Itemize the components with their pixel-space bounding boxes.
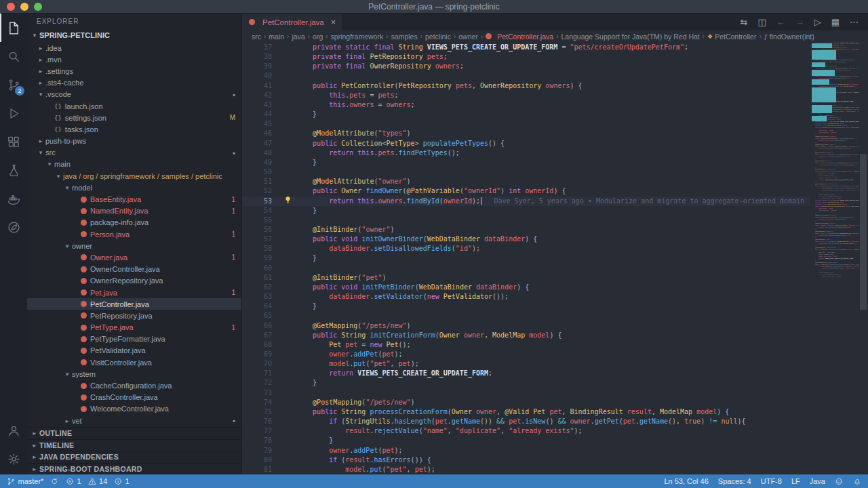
tab-petcontroller-java[interactable]: PetController.java ×: [242, 14, 343, 30]
gutter[interactable]: [272, 455, 296, 465]
code-line-80[interactable]: 80 if (result.hasErrors()) {: [242, 455, 810, 465]
status-notifications[interactable]: [853, 477, 862, 486]
activity-search[interactable]: [0, 42, 27, 70]
code-line-54[interactable]: 54 }: [242, 206, 810, 216]
gutter[interactable]: [272, 283, 296, 292]
gutter[interactable]: [272, 244, 296, 253]
tree-item-push-to-pws[interactable]: ▸push-to-pws: [27, 136, 241, 147]
code-line-51[interactable]: 51 @ModelAttribute("owner"): [242, 177, 810, 186]
lightbulb-icon[interactable]: [284, 196, 292, 206]
gutter[interactable]: [272, 311, 296, 321]
breadcrumb-item-java[interactable]: java: [292, 33, 304, 41]
code-line-60[interactable]: 60: [242, 264, 810, 273]
code-line-49[interactable]: 49 }: [242, 158, 810, 167]
tree-item-.mvn[interactable]: ▸.mvn: [27, 54, 241, 65]
breadcrumb-item-src[interactable]: src: [252, 33, 261, 41]
tree-item-CacheConfiguration.java[interactable]: CacheConfiguration.java: [27, 380, 241, 391]
activity-run-debug[interactable]: [0, 99, 27, 127]
code-line-52[interactable]: 52 public Owner findOwner(@PathVariable(…: [242, 186, 810, 196]
activity-testing[interactable]: [0, 156, 27, 184]
gutter[interactable]: [272, 465, 296, 474]
tree-item-VisitController.java[interactable]: VisitController.java: [27, 357, 241, 368]
status-warnings[interactable]: 14: [88, 477, 108, 486]
code-line-66[interactable]: 66 @GetMapping("/pets/new"): [242, 321, 810, 331]
activity-explorer[interactable]: [0, 14, 27, 42]
status-cursor-position[interactable]: Ln 53, Col 46: [664, 477, 708, 485]
code-line-38[interactable]: 38 private final PetRepository pets;: [242, 52, 810, 62]
code-line-45[interactable]: 45: [242, 119, 810, 129]
gutter[interactable]: [272, 129, 296, 138]
tree-item-main[interactable]: ▾main: [27, 159, 241, 170]
tree-item-OwnerRepository.java[interactable]: OwnerRepository.java: [27, 275, 241, 287]
tree-item-system[interactable]: ▾system: [27, 368, 241, 380]
breadcrumb-item-org[interactable]: org: [313, 33, 323, 41]
tree-item-.settings[interactable]: ▸.settings: [27, 65, 241, 77]
breadcrumb-item-main[interactable]: main: [269, 33, 284, 41]
code-line-55[interactable]: 55: [242, 216, 810, 225]
gutter[interactable]: [272, 119, 296, 129]
tree-item-.sts4-cache[interactable]: ▸.sts4-cache: [27, 77, 241, 89]
tree-item-PetController.java[interactable]: PetController.java: [27, 298, 241, 310]
tree-item-OwnerController.java[interactable]: OwnerController.java: [27, 264, 241, 275]
breadcrumb-item-petclinic[interactable]: petclinic: [425, 33, 451, 41]
close-icon[interactable]: ×: [331, 17, 336, 27]
gutter[interactable]: [272, 369, 296, 378]
gutter[interactable]: [272, 52, 296, 62]
breadcrumb-item-springframework[interactable]: springframework: [331, 33, 384, 41]
activity-settings[interactable]: [0, 445, 27, 473]
code-line-77[interactable]: 77 result.rejectValue("name", "duplicate…: [242, 426, 810, 436]
section-java-dependencies[interactable]: ▸JAVA DEPENDENCIES: [27, 451, 241, 463]
code-line-79[interactable]: 79 owner.addPet(pet);: [242, 446, 810, 455]
tree-item-NamedEntity.java[interactable]: NamedEntity.java1: [27, 205, 241, 217]
code-line-74[interactable]: 74 @PostMapping("/pets/new"): [242, 398, 810, 407]
gutter[interactable]: [272, 253, 296, 263]
tree-item-package-info.java[interactable]: package-info.java: [27, 217, 241, 228]
code-line-40[interactable]: 40: [242, 71, 810, 81]
gutter[interactable]: [272, 43, 296, 52]
code-line-68[interactable]: 68 Pet pet = new Pet();: [242, 340, 810, 350]
code-line-78[interactable]: 78 }: [242, 436, 810, 445]
gutter[interactable]: [272, 398, 296, 407]
tree-item-vet[interactable]: ▸vet●: [27, 415, 241, 426]
code-line-64[interactable]: 64 }: [242, 302, 810, 311]
status-errors[interactable]: 1: [66, 477, 81, 486]
minimap[interactable]: private static final String VIEWS_PETS_C…: [810, 42, 859, 474]
activity-source-control[interactable]: 2: [0, 70, 27, 99]
gutter[interactable]: [272, 148, 296, 158]
gutter[interactable]: [272, 225, 296, 235]
gutter[interactable]: [272, 331, 296, 340]
code-line-69[interactable]: 69 owner.addPet(pet);: [242, 350, 810, 359]
breadcrumb-item-owner[interactable]: owner: [458, 33, 478, 41]
tree-item-tasks.json[interactable]: {}tasks.json: [27, 123, 241, 135]
tree-item-CrashController.java[interactable]: CrashController.java: [27, 392, 241, 403]
breadcrumb-item-Language-Support-for-Java(TM)-by-Red-Hat[interactable]: Language Support for Java(TM) by Red Hat: [561, 33, 699, 41]
gutter[interactable]: [272, 235, 296, 244]
code-line-62[interactable]: 62 public void initPetBinder(WebDataBind…: [242, 283, 810, 292]
tree-item-Pet.java[interactable]: Pet.java1: [27, 287, 241, 298]
activity-docker[interactable]: [0, 184, 27, 213]
gutter[interactable]: [272, 407, 296, 417]
section-timeline[interactable]: ▸TIMELINE: [27, 439, 241, 451]
gutter[interactable]: [272, 273, 296, 283]
tree-item-Person.java[interactable]: Person.java1: [27, 228, 241, 240]
code-line-61[interactable]: 61 @InitBinder("pet"): [242, 273, 810, 283]
gutter[interactable]: [272, 321, 296, 331]
code-line-50[interactable]: 50: [242, 167, 810, 177]
gutter[interactable]: [272, 292, 296, 302]
back-icon[interactable]: ←: [776, 17, 785, 27]
tree-item-PetValidator.java[interactable]: PetValidator.java: [27, 345, 241, 357]
activity-extensions[interactable]: [0, 127, 27, 156]
tree-item-owner[interactable]: ▾owner: [27, 240, 241, 251]
code-line-70[interactable]: 70 model.put("pet", pet);: [242, 359, 810, 369]
code-line-43[interactable]: 43 this.owners = owners;: [242, 100, 810, 110]
open-changes-icon[interactable]: ⇆: [741, 17, 748, 27]
code-line-56[interactable]: 56 @InitBinder("owner"): [242, 225, 810, 235]
gutter[interactable]: [272, 302, 296, 311]
gutter[interactable]: [272, 167, 296, 177]
gutter[interactable]: [272, 100, 296, 110]
gutter[interactable]: [272, 91, 296, 100]
code-line-71[interactable]: 71 return VIEWS_PETS_CREATE_OR_UPDATE_FO…: [242, 369, 810, 378]
gutter[interactable]: [272, 417, 296, 426]
gutter[interactable]: [272, 158, 296, 167]
gutter[interactable]: [272, 264, 296, 273]
